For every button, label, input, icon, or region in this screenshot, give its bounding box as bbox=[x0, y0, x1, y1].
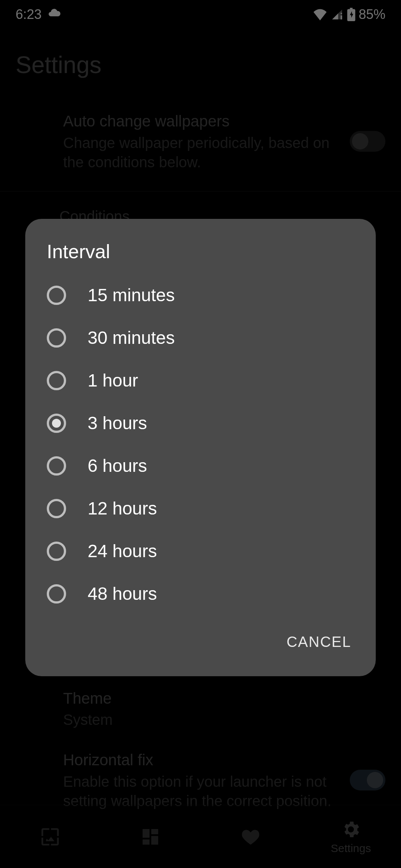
option-label: 3 hours bbox=[88, 413, 147, 433]
option-48-hours[interactable]: 48 hours bbox=[25, 572, 376, 615]
option-15-minutes[interactable]: 15 minutes bbox=[25, 274, 376, 316]
radio-icon bbox=[47, 371, 66, 390]
dialog-title: Interval bbox=[25, 240, 376, 274]
radio-icon bbox=[47, 499, 66, 518]
radio-icon bbox=[47, 286, 66, 305]
radio-icon bbox=[47, 328, 66, 348]
radio-icon-selected bbox=[47, 414, 66, 433]
option-3-hours[interactable]: 3 hours bbox=[25, 402, 376, 444]
interval-dialog: Interval 15 minutes 30 minutes 1 hour 3 … bbox=[25, 219, 376, 676]
option-1-hour[interactable]: 1 hour bbox=[25, 359, 376, 402]
option-label: 24 hours bbox=[88, 541, 157, 561]
option-label: 6 hours bbox=[88, 456, 147, 476]
option-label: 15 minutes bbox=[88, 285, 175, 305]
radio-icon bbox=[47, 456, 66, 476]
cancel-button[interactable]: CANCEL bbox=[283, 626, 355, 658]
option-24-hours[interactable]: 24 hours bbox=[25, 530, 376, 572]
radio-icon bbox=[47, 584, 66, 604]
radio-icon bbox=[47, 542, 66, 561]
option-label: 12 hours bbox=[88, 498, 157, 519]
option-label: 1 hour bbox=[88, 370, 138, 391]
option-label: 30 minutes bbox=[88, 328, 175, 348]
option-12-hours[interactable]: 12 hours bbox=[25, 487, 376, 530]
option-label: 48 hours bbox=[88, 583, 157, 604]
option-6-hours[interactable]: 6 hours bbox=[25, 444, 376, 487]
option-30-minutes[interactable]: 30 minutes bbox=[25, 316, 376, 359]
